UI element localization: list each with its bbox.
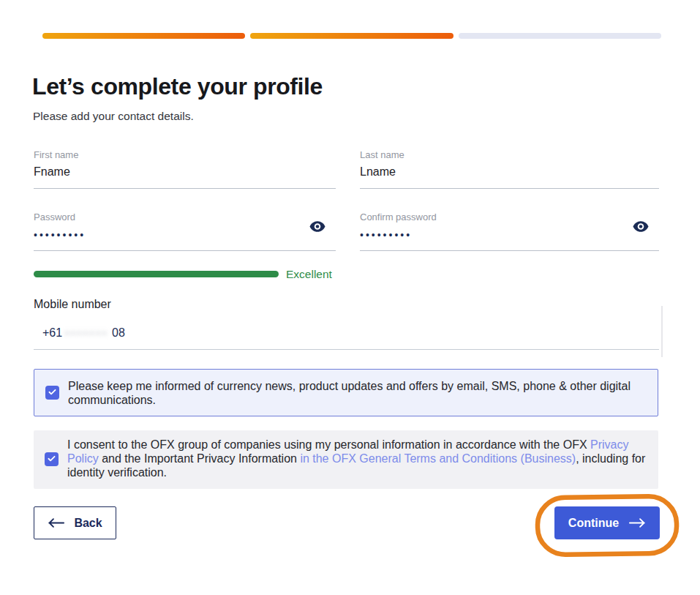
continue-button[interactable]: Continue	[554, 506, 660, 539]
password-visibility-toggle[interactable]	[309, 221, 325, 233]
confirm-password-visibility-toggle[interactable]	[633, 221, 649, 233]
confirm-password-label: Confirm password	[360, 212, 659, 222]
mobile-number-field[interactable]: +61 ••••••• 08	[34, 318, 659, 350]
mobile-number-label: Mobile number	[34, 298, 111, 311]
back-button-label: Back	[74, 517, 102, 530]
password-strength-label: Excellent	[286, 268, 332, 281]
privacy-consent-text: I consent to the OFX group of companies …	[67, 438, 647, 479]
arrow-right-icon	[629, 517, 646, 528]
password-strength-bar	[34, 271, 279, 277]
arrow-left-icon	[48, 517, 64, 528]
privacy-text-1: I consent to the OFX group of companies …	[67, 438, 590, 451]
profile-setup-page: Let’s complete your profile Please add y…	[0, 0, 700, 595]
last-name-label: Last name	[360, 149, 659, 160]
first-name-field[interactable]: First name Fname	[34, 149, 336, 189]
confirm-password-field[interactable]: Confirm password •••••••••	[360, 212, 659, 251]
terms-and-conditions-link[interactable]: in the OFX General Terms and Conditions …	[300, 452, 576, 465]
eye-icon	[633, 223, 649, 234]
password-value[interactable]: •••••••••	[34, 229, 336, 241]
progress-segment-3	[459, 33, 661, 39]
continue-button-label: Continue	[568, 517, 619, 530]
privacy-consent-box: I consent to the OFX group of companies …	[34, 430, 658, 489]
mobile-number-value[interactable]: +61 ••••••• 08	[42, 326, 125, 340]
privacy-consent-checkbox[interactable]	[45, 452, 59, 466]
mobile-country-code: +61	[42, 326, 62, 340]
mobile-last-digits: 08	[112, 326, 125, 340]
checkmark-icon	[47, 453, 56, 466]
first-name-label: First name	[34, 149, 336, 160]
last-name-field[interactable]: Last name Lname	[360, 149, 659, 189]
progress-segment-2	[250, 33, 453, 39]
page-title: Let’s complete your profile	[32, 73, 323, 100]
marketing-consent-box: Please keep me informed of currency news…	[34, 369, 658, 416]
scrollbar-hint	[661, 306, 663, 357]
privacy-text-2: and the Important Privacy Information	[99, 452, 301, 465]
last-name-value[interactable]: Lname	[360, 165, 659, 179]
marketing-consent-checkbox[interactable]	[45, 386, 59, 400]
password-label: Password	[34, 212, 336, 222]
page-subtitle: Please add your contact details.	[33, 110, 194, 123]
progress-segment-1	[42, 33, 245, 39]
eye-icon	[309, 223, 325, 234]
confirm-password-value[interactable]: •••••••••	[360, 229, 659, 241]
mobile-redacted-digits: •••••••	[65, 328, 109, 339]
back-button[interactable]: Back	[34, 506, 116, 539]
onboarding-progress-bar	[42, 33, 661, 39]
first-name-value[interactable]: Fname	[34, 165, 336, 179]
password-field[interactable]: Password •••••••••	[34, 212, 336, 251]
marketing-consent-text: Please keep me informed of currency news…	[68, 379, 646, 407]
checkmark-icon	[48, 386, 57, 400]
